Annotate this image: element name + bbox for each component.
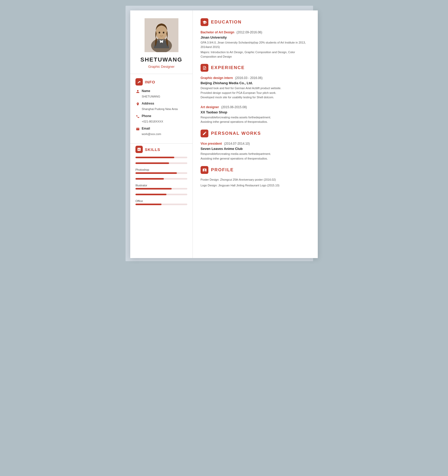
page-wrapper: SHETUWANG Graphic Designer INFO bbox=[130, 10, 318, 258]
personal-works-icon bbox=[201, 130, 208, 137]
name-row: Name bbox=[135, 89, 187, 94]
experience-icon bbox=[201, 64, 208, 72]
address-value: Shanghai Pudong New Area bbox=[135, 107, 187, 111]
skills-icon bbox=[135, 146, 143, 153]
exp-period-1: (2015.06-2015.08) bbox=[221, 105, 247, 109]
skill-bar-bg-1 bbox=[135, 157, 187, 158]
skill-name-office: Office bbox=[135, 199, 187, 203]
left-column: SHETUWANG Graphic Designer INFO bbox=[130, 10, 193, 258]
experience-header: EXPERIENCE bbox=[201, 64, 310, 72]
phone-label: Phone bbox=[142, 114, 151, 118]
address-row: Address bbox=[135, 102, 187, 106]
exp-role-2: Vice president bbox=[201, 142, 222, 145]
edu-degree: Bachelor of Art Design bbox=[201, 30, 234, 34]
education-title: EDUCATION bbox=[211, 20, 242, 25]
skill-bar-fill-6 bbox=[135, 194, 166, 195]
skill-bar-fill-1 bbox=[135, 157, 174, 158]
svg-point-2 bbox=[156, 26, 167, 39]
personal-works-title: PERSONAL WORKS bbox=[211, 131, 261, 136]
candidate-title: Graphic Designer bbox=[148, 65, 175, 69]
info-icon bbox=[135, 78, 143, 86]
exp-detail-0-0: Designed look and feel for German Ariel … bbox=[201, 86, 310, 91]
exp-detail-1-1: Assisting inthe general operations of th… bbox=[201, 120, 310, 124]
profile-item-0: Poster Design: Zhongcui 25th Anniversary… bbox=[201, 178, 310, 182]
exp-company-0: Beijing Zhishang Media Co., Ltd. bbox=[201, 81, 310, 85]
skill-bar-fill-5 bbox=[135, 188, 172, 190]
photo-section: SHETUWANG Graphic Designer bbox=[130, 10, 192, 74]
profile-section: PROFILE Poster Design: Zhongcui 25th Ann… bbox=[201, 166, 310, 188]
skill-bar-fill-4 bbox=[135, 178, 164, 180]
profile-item-1: Logo Design: Jingyuan Hall Jinling Resta… bbox=[201, 183, 310, 188]
email-icon bbox=[135, 127, 140, 131]
skill-bar-bg-3 bbox=[135, 172, 187, 174]
skill-bar-bg-2 bbox=[135, 162, 187, 164]
education-header: EDUCATION bbox=[201, 18, 310, 26]
phone-icon bbox=[135, 114, 140, 119]
skill-item-1 bbox=[135, 157, 187, 158]
address-label: Address bbox=[142, 102, 154, 105]
edu-gpa: GPA 3.9/4.0, Jinan University Scholarshi… bbox=[201, 40, 310, 49]
exp-item-0: Graphic design intern (2016.03 - 2016.06… bbox=[201, 75, 310, 100]
person-icon bbox=[135, 89, 140, 94]
skills-section: SKILLS Photoshop bbox=[130, 144, 192, 213]
profile-title: PROFILE bbox=[211, 167, 234, 173]
edu-period: (2012.09-2016.06) bbox=[237, 30, 262, 34]
info-section: INFO Name SHETUWANG bbox=[130, 74, 192, 144]
email-info-item: Email work@xxx.com bbox=[135, 127, 187, 136]
phone-value: +021-8018XXXX bbox=[135, 120, 187, 123]
skill-item-2 bbox=[135, 162, 187, 164]
name-value: SHETUWANG bbox=[135, 95, 187, 98]
exp-detail-0-1: Provided design support for PGA European… bbox=[201, 91, 310, 95]
skill-bar-fill-2 bbox=[135, 162, 169, 164]
skill-item-4 bbox=[135, 178, 187, 180]
svg-point-4 bbox=[163, 32, 164, 34]
exp-role-0: Graphic design intern bbox=[201, 76, 233, 80]
name-label: Name bbox=[142, 89, 150, 93]
skill-item-5: Illustrator bbox=[135, 184, 187, 190]
candidate-photo bbox=[145, 18, 178, 52]
edu-degree-row: Bachelor of Art Design (2012.09-2016.06) bbox=[201, 30, 310, 34]
profile-header: PROFILE bbox=[201, 166, 310, 174]
skill-item-7: Office bbox=[135, 199, 187, 205]
resume-card: SHETUWANG Graphic Designer INFO bbox=[130, 10, 318, 258]
skill-bar-fill-7 bbox=[135, 204, 161, 205]
edu-school: Jinan University bbox=[201, 35, 310, 39]
phone-row: Phone bbox=[135, 114, 187, 119]
exp-role-row-2: Vice president (2014.07-2014.10) bbox=[201, 141, 310, 146]
address-info-item: Address Shanghai Pudong New Area bbox=[135, 102, 187, 111]
profile-icon bbox=[201, 166, 208, 174]
exp-item-2: Vice president (2014.07-2014.10) Seven L… bbox=[201, 141, 310, 161]
exp-role-row-1: Art designer (2015.06-2015.08) bbox=[201, 105, 310, 109]
exp-detail-2-1: Assisting inthe general operations of th… bbox=[201, 156, 310, 161]
email-row: Email bbox=[135, 127, 187, 131]
skill-name-illustrator: Illustrator bbox=[135, 184, 187, 187]
education-content: Bachelor of Art Design (2012.09-2016.06)… bbox=[201, 30, 310, 59]
personal-works-header: PERSONAL WORKS bbox=[201, 130, 310, 137]
skill-bar-bg-7 bbox=[135, 204, 187, 205]
exp-company-1: XX Taobao Shop bbox=[201, 110, 310, 114]
skills-section-title: SKILLS bbox=[145, 147, 160, 152]
email-value: work@xxx.com bbox=[135, 132, 187, 136]
edu-majors: Majors: Introduction to Art Design, Grap… bbox=[201, 50, 310, 59]
email-label: Email bbox=[142, 127, 150, 130]
exp-role-1: Art designer bbox=[201, 105, 219, 109]
location-icon bbox=[135, 102, 140, 106]
info-header: INFO bbox=[135, 78, 187, 86]
education-icon bbox=[201, 18, 208, 26]
skill-bar-bg-5 bbox=[135, 188, 187, 190]
candidate-name: SHETUWANG bbox=[140, 56, 182, 63]
exp-period-0: (2016.03 - 2016.06) bbox=[235, 76, 262, 80]
skill-item-6 bbox=[135, 194, 187, 195]
right-column: EDUCATION Bachelor of Art Design (2012.0… bbox=[193, 10, 318, 258]
personal-works-section: PERSONAL WORKS Vice president (2014.07-2… bbox=[201, 130, 310, 161]
exp-detail-1-0: Responsibleforcreating media assets fort… bbox=[201, 115, 310, 120]
info-section-title: INFO bbox=[145, 80, 155, 84]
skill-name-photoshop: Photoshop bbox=[135, 168, 187, 171]
name-info-item: Name SHETUWANG bbox=[135, 89, 187, 98]
skills-header: SKILLS bbox=[135, 146, 187, 153]
skill-bar-fill-3 bbox=[135, 172, 177, 174]
skill-item-3: Photoshop bbox=[135, 168, 187, 174]
education-section: EDUCATION Bachelor of Art Design (2012.0… bbox=[201, 18, 310, 59]
experience-title: EXPERIENCE bbox=[211, 65, 245, 70]
phone-info-item: Phone +021-8018XXXX bbox=[135, 114, 187, 123]
